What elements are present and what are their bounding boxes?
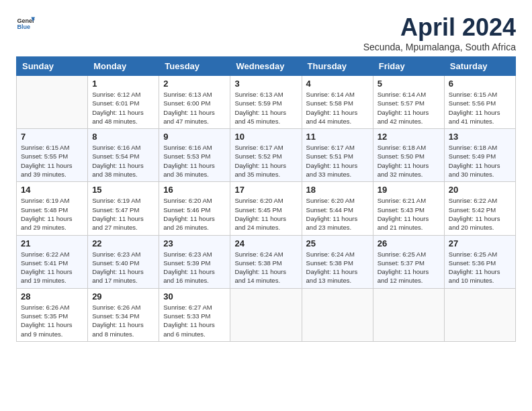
calendar-cell: 6Sunrise: 6:15 AM Sunset: 5:56 PM Daylig…	[444, 76, 515, 129]
day-number: 9	[163, 132, 226, 142]
day-number: 19	[378, 185, 440, 195]
calendar-cell: 9Sunrise: 6:16 AM Sunset: 5:53 PM Daylig…	[159, 129, 230, 182]
calendar-cell: 24Sunrise: 6:24 AM Sunset: 5:38 PM Dayli…	[230, 235, 302, 288]
calendar-cell: 10Sunrise: 6:17 AM Sunset: 5:52 PM Dayli…	[230, 129, 302, 182]
calendar-cell	[373, 288, 444, 341]
day-info: Sunrise: 6:20 AM Sunset: 5:44 PM Dayligh…	[306, 196, 369, 232]
day-number: 26	[378, 238, 440, 248]
month-title: April 2024	[363, 13, 516, 42]
calendar-cell: 3Sunrise: 6:13 AM Sunset: 5:59 PM Daylig…	[230, 76, 302, 129]
day-number: 11	[306, 132, 369, 142]
calendar-week-row: 1Sunrise: 6:12 AM Sunset: 6:01 PM Daylig…	[17, 76, 516, 129]
calendar-cell: 4Sunrise: 6:14 AM Sunset: 5:58 PM Daylig…	[302, 76, 373, 129]
header-sunday: Sunday	[17, 57, 88, 76]
svg-text:Blue: Blue	[17, 24, 30, 30]
calendar-cell: 26Sunrise: 6:25 AM Sunset: 5:37 PM Dayli…	[373, 235, 444, 288]
day-number: 28	[21, 291, 83, 302]
header-friday: Friday	[373, 57, 444, 76]
calendar-cell: 12Sunrise: 6:18 AM Sunset: 5:50 PM Dayli…	[373, 129, 444, 182]
header-monday: Monday	[88, 57, 159, 76]
day-info: Sunrise: 6:20 AM Sunset: 5:45 PM Dayligh…	[234, 196, 297, 232]
calendar-cell	[444, 288, 515, 341]
calendar-cell: 15Sunrise: 6:19 AM Sunset: 5:47 PM Dayli…	[88, 182, 159, 235]
header-saturday: Saturday	[444, 57, 515, 76]
calendar-table: SundayMondayTuesdayWednesdayThursdayFrid…	[16, 56, 516, 342]
day-number: 21	[21, 238, 83, 248]
header-thursday: Thursday	[302, 57, 373, 76]
day-info: Sunrise: 6:25 AM Sunset: 5:36 PM Dayligh…	[449, 250, 511, 285]
day-info: Sunrise: 6:22 AM Sunset: 5:41 PM Dayligh…	[21, 250, 83, 285]
calendar-cell: 16Sunrise: 6:20 AM Sunset: 5:46 PM Dayli…	[159, 182, 230, 235]
calendar-cell: 2Sunrise: 6:13 AM Sunset: 6:00 PM Daylig…	[159, 76, 230, 129]
header-wednesday: Wednesday	[230, 57, 302, 76]
header-tuesday: Tuesday	[159, 57, 230, 76]
day-info: Sunrise: 6:17 AM Sunset: 5:52 PM Dayligh…	[234, 143, 297, 179]
page-header: General Blue April 2024 Secunda, Mpumala…	[16, 13, 516, 52]
title-block: April 2024 Secunda, Mpumalanga, South Af…	[363, 13, 516, 52]
day-number: 10	[234, 132, 297, 142]
location-subtitle: Secunda, Mpumalanga, South Africa	[363, 42, 516, 52]
day-number: 8	[92, 132, 154, 142]
day-info: Sunrise: 6:14 AM Sunset: 5:57 PM Dayligh…	[378, 90, 440, 126]
calendar-cell	[17, 76, 88, 129]
day-number: 20	[449, 185, 511, 195]
calendar-cell: 14Sunrise: 6:19 AM Sunset: 5:48 PM Dayli…	[17, 182, 88, 235]
calendar-header-row: SundayMondayTuesdayWednesdayThursdayFrid…	[17, 57, 516, 76]
calendar-cell: 30Sunrise: 6:27 AM Sunset: 5:33 PM Dayli…	[159, 288, 230, 341]
calendar-cell: 7Sunrise: 6:15 AM Sunset: 5:55 PM Daylig…	[17, 129, 88, 182]
day-info: Sunrise: 6:16 AM Sunset: 5:54 PM Dayligh…	[92, 143, 154, 179]
calendar-cell: 18Sunrise: 6:20 AM Sunset: 5:44 PM Dayli…	[302, 182, 373, 235]
calendar-cell: 27Sunrise: 6:25 AM Sunset: 5:36 PM Dayli…	[444, 235, 515, 288]
day-number: 30	[163, 291, 226, 302]
day-info: Sunrise: 6:15 AM Sunset: 5:56 PM Dayligh…	[449, 90, 511, 126]
calendar-cell: 28Sunrise: 6:26 AM Sunset: 5:35 PM Dayli…	[17, 288, 88, 341]
day-info: Sunrise: 6:22 AM Sunset: 5:42 PM Dayligh…	[449, 196, 511, 232]
day-number: 6	[449, 79, 511, 89]
day-info: Sunrise: 6:25 AM Sunset: 5:37 PM Dayligh…	[378, 250, 440, 285]
day-info: Sunrise: 6:14 AM Sunset: 5:58 PM Dayligh…	[306, 90, 369, 126]
day-number: 27	[449, 238, 511, 248]
calendar-cell: 29Sunrise: 6:26 AM Sunset: 5:34 PM Dayli…	[88, 288, 159, 341]
day-info: Sunrise: 6:18 AM Sunset: 5:50 PM Dayligh…	[378, 143, 440, 179]
day-number: 17	[234, 185, 297, 195]
day-number: 16	[163, 185, 226, 195]
day-number: 5	[378, 79, 440, 89]
calendar-cell	[302, 288, 373, 341]
calendar-week-row: 28Sunrise: 6:26 AM Sunset: 5:35 PM Dayli…	[17, 288, 516, 341]
day-info: Sunrise: 6:21 AM Sunset: 5:43 PM Dayligh…	[378, 196, 440, 232]
day-info: Sunrise: 6:12 AM Sunset: 6:01 PM Dayligh…	[92, 90, 154, 126]
calendar-cell: 25Sunrise: 6:24 AM Sunset: 5:38 PM Dayli…	[302, 235, 373, 288]
day-info: Sunrise: 6:26 AM Sunset: 5:34 PM Dayligh…	[92, 303, 154, 338]
calendar-cell: 19Sunrise: 6:21 AM Sunset: 5:43 PM Dayli…	[373, 182, 444, 235]
day-number: 1	[92, 79, 154, 89]
day-number: 3	[234, 79, 297, 89]
calendar-cell: 17Sunrise: 6:20 AM Sunset: 5:45 PM Dayli…	[230, 182, 302, 235]
day-number: 18	[306, 185, 369, 195]
calendar-cell: 13Sunrise: 6:18 AM Sunset: 5:49 PM Dayli…	[444, 129, 515, 182]
calendar-cell: 5Sunrise: 6:14 AM Sunset: 5:57 PM Daylig…	[373, 76, 444, 129]
day-info: Sunrise: 6:17 AM Sunset: 5:51 PM Dayligh…	[306, 143, 369, 179]
day-info: Sunrise: 6:19 AM Sunset: 5:48 PM Dayligh…	[21, 196, 83, 232]
day-info: Sunrise: 6:18 AM Sunset: 5:49 PM Dayligh…	[449, 143, 511, 179]
calendar-cell: 8Sunrise: 6:16 AM Sunset: 5:54 PM Daylig…	[88, 129, 159, 182]
calendar-cell	[230, 288, 302, 341]
logo: General Blue	[16, 13, 35, 32]
day-number: 2	[163, 79, 226, 89]
day-number: 22	[92, 238, 154, 248]
day-number: 13	[449, 132, 511, 142]
calendar-cell: 22Sunrise: 6:23 AM Sunset: 5:40 PM Dayli…	[88, 235, 159, 288]
day-info: Sunrise: 6:23 AM Sunset: 5:39 PM Dayligh…	[163, 250, 226, 285]
day-number: 23	[163, 238, 226, 248]
calendar-cell: 21Sunrise: 6:22 AM Sunset: 5:41 PM Dayli…	[17, 235, 88, 288]
day-info: Sunrise: 6:15 AM Sunset: 5:55 PM Dayligh…	[21, 143, 83, 179]
day-number: 29	[92, 291, 154, 302]
day-info: Sunrise: 6:24 AM Sunset: 5:38 PM Dayligh…	[234, 250, 297, 285]
day-info: Sunrise: 6:20 AM Sunset: 5:46 PM Dayligh…	[163, 196, 226, 232]
day-number: 24	[234, 238, 297, 248]
day-info: Sunrise: 6:13 AM Sunset: 5:59 PM Dayligh…	[234, 90, 297, 126]
day-info: Sunrise: 6:13 AM Sunset: 6:00 PM Dayligh…	[163, 90, 226, 126]
calendar-cell: 20Sunrise: 6:22 AM Sunset: 5:42 PM Dayli…	[444, 182, 515, 235]
day-number: 25	[306, 238, 369, 248]
calendar-cell: 11Sunrise: 6:17 AM Sunset: 5:51 PM Dayli…	[302, 129, 373, 182]
day-number: 15	[92, 185, 154, 195]
